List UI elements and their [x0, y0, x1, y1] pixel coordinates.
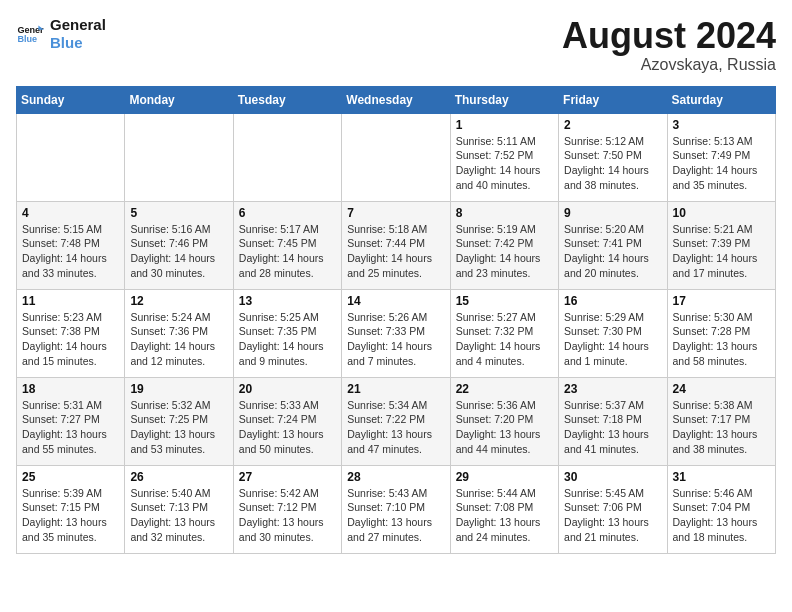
svg-text:Blue: Blue: [17, 34, 37, 44]
day-info: Sunrise: 5:36 AM Sunset: 7:20 PM Dayligh…: [456, 398, 553, 457]
table-row: 30Sunrise: 5:45 AM Sunset: 7:06 PM Dayli…: [559, 465, 667, 553]
day-info: Sunrise: 5:34 AM Sunset: 7:22 PM Dayligh…: [347, 398, 444, 457]
title-section: August 2024 Azovskaya, Russia: [562, 16, 776, 74]
day-number: 24: [673, 382, 770, 396]
day-info: Sunrise: 5:45 AM Sunset: 7:06 PM Dayligh…: [564, 486, 661, 545]
day-info: Sunrise: 5:33 AM Sunset: 7:24 PM Dayligh…: [239, 398, 336, 457]
table-row: 1Sunrise: 5:11 AM Sunset: 7:52 PM Daylig…: [450, 113, 558, 201]
day-info: Sunrise: 5:27 AM Sunset: 7:32 PM Dayligh…: [456, 310, 553, 369]
table-row: 28Sunrise: 5:43 AM Sunset: 7:10 PM Dayli…: [342, 465, 450, 553]
day-info: Sunrise: 5:13 AM Sunset: 7:49 PM Dayligh…: [673, 134, 770, 193]
table-row: 12Sunrise: 5:24 AM Sunset: 7:36 PM Dayli…: [125, 289, 233, 377]
day-info: Sunrise: 5:16 AM Sunset: 7:46 PM Dayligh…: [130, 222, 227, 281]
day-number: 22: [456, 382, 553, 396]
table-row: 2Sunrise: 5:12 AM Sunset: 7:50 PM Daylig…: [559, 113, 667, 201]
logo-blue: Blue: [50, 34, 106, 52]
calendar-week-row: 18Sunrise: 5:31 AM Sunset: 7:27 PM Dayli…: [17, 377, 776, 465]
day-info: Sunrise: 5:30 AM Sunset: 7:28 PM Dayligh…: [673, 310, 770, 369]
day-info: Sunrise: 5:24 AM Sunset: 7:36 PM Dayligh…: [130, 310, 227, 369]
header-friday: Friday: [559, 86, 667, 113]
day-info: Sunrise: 5:46 AM Sunset: 7:04 PM Dayligh…: [673, 486, 770, 545]
day-number: 12: [130, 294, 227, 308]
day-number: 25: [22, 470, 119, 484]
day-info: Sunrise: 5:31 AM Sunset: 7:27 PM Dayligh…: [22, 398, 119, 457]
day-info: Sunrise: 5:18 AM Sunset: 7:44 PM Dayligh…: [347, 222, 444, 281]
table-row: 14Sunrise: 5:26 AM Sunset: 7:33 PM Dayli…: [342, 289, 450, 377]
day-number: 26: [130, 470, 227, 484]
table-row: 26Sunrise: 5:40 AM Sunset: 7:13 PM Dayli…: [125, 465, 233, 553]
logo-icon: General Blue: [16, 20, 44, 48]
day-number: 21: [347, 382, 444, 396]
day-number: 11: [22, 294, 119, 308]
day-info: Sunrise: 5:32 AM Sunset: 7:25 PM Dayligh…: [130, 398, 227, 457]
day-number: 15: [456, 294, 553, 308]
table-row: 19Sunrise: 5:32 AM Sunset: 7:25 PM Dayli…: [125, 377, 233, 465]
header-tuesday: Tuesday: [233, 86, 341, 113]
table-row: 6Sunrise: 5:17 AM Sunset: 7:45 PM Daylig…: [233, 201, 341, 289]
day-info: Sunrise: 5:12 AM Sunset: 7:50 PM Dayligh…: [564, 134, 661, 193]
table-row: 24Sunrise: 5:38 AM Sunset: 7:17 PM Dayli…: [667, 377, 775, 465]
logo: General Blue General Blue: [16, 16, 106, 52]
day-number: 20: [239, 382, 336, 396]
calendar-week-row: 25Sunrise: 5:39 AM Sunset: 7:15 PM Dayli…: [17, 465, 776, 553]
table-row: 10Sunrise: 5:21 AM Sunset: 7:39 PM Dayli…: [667, 201, 775, 289]
day-info: Sunrise: 5:23 AM Sunset: 7:38 PM Dayligh…: [22, 310, 119, 369]
calendar-week-row: 4Sunrise: 5:15 AM Sunset: 7:48 PM Daylig…: [17, 201, 776, 289]
table-row: 13Sunrise: 5:25 AM Sunset: 7:35 PM Dayli…: [233, 289, 341, 377]
table-row: 31Sunrise: 5:46 AM Sunset: 7:04 PM Dayli…: [667, 465, 775, 553]
day-info: Sunrise: 5:43 AM Sunset: 7:10 PM Dayligh…: [347, 486, 444, 545]
day-info: Sunrise: 5:11 AM Sunset: 7:52 PM Dayligh…: [456, 134, 553, 193]
day-info: Sunrise: 5:17 AM Sunset: 7:45 PM Dayligh…: [239, 222, 336, 281]
month-year-title: August 2024: [562, 16, 776, 56]
day-info: Sunrise: 5:19 AM Sunset: 7:42 PM Dayligh…: [456, 222, 553, 281]
table-row: 22Sunrise: 5:36 AM Sunset: 7:20 PM Dayli…: [450, 377, 558, 465]
day-number: 10: [673, 206, 770, 220]
day-number: 7: [347, 206, 444, 220]
table-row: [125, 113, 233, 201]
header-wednesday: Wednesday: [342, 86, 450, 113]
day-info: Sunrise: 5:39 AM Sunset: 7:15 PM Dayligh…: [22, 486, 119, 545]
location-subtitle: Azovskaya, Russia: [562, 56, 776, 74]
day-number: 27: [239, 470, 336, 484]
table-row: 21Sunrise: 5:34 AM Sunset: 7:22 PM Dayli…: [342, 377, 450, 465]
day-info: Sunrise: 5:40 AM Sunset: 7:13 PM Dayligh…: [130, 486, 227, 545]
table-row: [17, 113, 125, 201]
day-number: 3: [673, 118, 770, 132]
day-info: Sunrise: 5:26 AM Sunset: 7:33 PM Dayligh…: [347, 310, 444, 369]
table-row: 20Sunrise: 5:33 AM Sunset: 7:24 PM Dayli…: [233, 377, 341, 465]
weekday-header-row: Sunday Monday Tuesday Wednesday Thursday…: [17, 86, 776, 113]
table-row: 15Sunrise: 5:27 AM Sunset: 7:32 PM Dayli…: [450, 289, 558, 377]
table-row: 17Sunrise: 5:30 AM Sunset: 7:28 PM Dayli…: [667, 289, 775, 377]
day-number: 16: [564, 294, 661, 308]
table-row: 3Sunrise: 5:13 AM Sunset: 7:49 PM Daylig…: [667, 113, 775, 201]
day-number: 5: [130, 206, 227, 220]
table-row: 5Sunrise: 5:16 AM Sunset: 7:46 PM Daylig…: [125, 201, 233, 289]
day-info: Sunrise: 5:38 AM Sunset: 7:17 PM Dayligh…: [673, 398, 770, 457]
day-number: 17: [673, 294, 770, 308]
day-number: 2: [564, 118, 661, 132]
table-row: 11Sunrise: 5:23 AM Sunset: 7:38 PM Dayli…: [17, 289, 125, 377]
day-info: Sunrise: 5:44 AM Sunset: 7:08 PM Dayligh…: [456, 486, 553, 545]
table-row: 7Sunrise: 5:18 AM Sunset: 7:44 PM Daylig…: [342, 201, 450, 289]
day-number: 8: [456, 206, 553, 220]
day-number: 14: [347, 294, 444, 308]
day-info: Sunrise: 5:20 AM Sunset: 7:41 PM Dayligh…: [564, 222, 661, 281]
day-number: 1: [456, 118, 553, 132]
day-info: Sunrise: 5:25 AM Sunset: 7:35 PM Dayligh…: [239, 310, 336, 369]
day-number: 19: [130, 382, 227, 396]
day-number: 31: [673, 470, 770, 484]
day-info: Sunrise: 5:37 AM Sunset: 7:18 PM Dayligh…: [564, 398, 661, 457]
table-row: 9Sunrise: 5:20 AM Sunset: 7:41 PM Daylig…: [559, 201, 667, 289]
table-row: 18Sunrise: 5:31 AM Sunset: 7:27 PM Dayli…: [17, 377, 125, 465]
day-number: 30: [564, 470, 661, 484]
day-info: Sunrise: 5:15 AM Sunset: 7:48 PM Dayligh…: [22, 222, 119, 281]
header-saturday: Saturday: [667, 86, 775, 113]
day-info: Sunrise: 5:29 AM Sunset: 7:30 PM Dayligh…: [564, 310, 661, 369]
table-row: 4Sunrise: 5:15 AM Sunset: 7:48 PM Daylig…: [17, 201, 125, 289]
table-row: 25Sunrise: 5:39 AM Sunset: 7:15 PM Dayli…: [17, 465, 125, 553]
header-monday: Monday: [125, 86, 233, 113]
table-row: 8Sunrise: 5:19 AM Sunset: 7:42 PM Daylig…: [450, 201, 558, 289]
header-sunday: Sunday: [17, 86, 125, 113]
calendar-week-row: 1Sunrise: 5:11 AM Sunset: 7:52 PM Daylig…: [17, 113, 776, 201]
table-row: [233, 113, 341, 201]
